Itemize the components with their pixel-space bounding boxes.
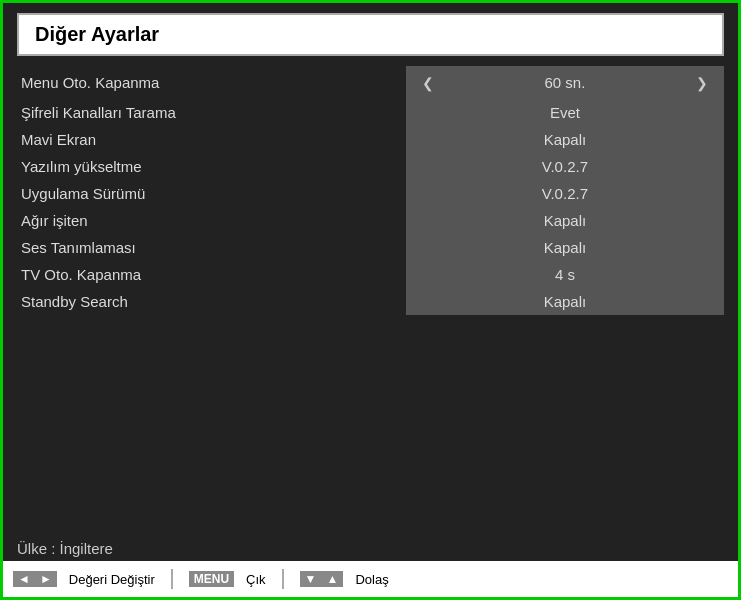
navigate-label: Dolaş: [355, 572, 388, 587]
setting-label: Uygulama Sürümü: [17, 180, 406, 207]
change-value-label: Değeri Değiştir: [69, 572, 155, 587]
setting-value: Evet: [406, 99, 724, 126]
setting-label: TV Oto. Kapanma: [17, 261, 406, 288]
setting-value: Kapalı: [406, 234, 724, 261]
content-area: Menu Oto. Kapanma❮60 sn.❯Şifreli Kanalla…: [3, 56, 738, 532]
value-left-arrow[interactable]: ❮: [422, 75, 434, 91]
bottom-bar: ◄ ► Değeri Değiştir MENU Çık ▼ ▲ Dolaş: [3, 561, 738, 597]
setting-value: Kapalı: [406, 126, 724, 153]
navigate-control: ▼ ▲: [300, 571, 344, 587]
setting-label: Şifreli Kanalları Tarama: [17, 99, 406, 126]
settings-row: Şifreli Kanalları TaramaEvet: [17, 99, 724, 126]
settings-row: TV Oto. Kapanma4 s: [17, 261, 724, 288]
country-info: Ülke : İngiltere: [3, 532, 738, 561]
page-title: Diğer Ayarlar: [17, 13, 724, 56]
separator-1: [171, 569, 173, 589]
setting-label: Standby Search: [17, 288, 406, 315]
setting-value: Kapalı: [406, 288, 724, 315]
setting-value: V.0.2.7: [406, 153, 724, 180]
nav-up-btn[interactable]: ▲: [322, 571, 344, 587]
left-arrow-btn[interactable]: ◄: [13, 571, 35, 587]
settings-row: Ağır işitenKapalı: [17, 207, 724, 234]
right-arrow-btn[interactable]: ►: [35, 571, 57, 587]
settings-row: Mavi EkranKapalı: [17, 126, 724, 153]
setting-label: Mavi Ekran: [17, 126, 406, 153]
setting-value-with-arrows: ❮60 sn.❯: [414, 70, 716, 95]
exit-label: Çık: [246, 572, 266, 587]
setting-value: Kapalı: [406, 207, 724, 234]
settings-row: Uygulama SürümüV.0.2.7: [17, 180, 724, 207]
change-value-control: ◄ ►: [13, 571, 57, 587]
setting-value-text: 60 sn.: [434, 74, 696, 91]
settings-row: Standby SearchKapalı: [17, 288, 724, 315]
setting-label: Menu Oto. Kapanma: [17, 66, 406, 99]
main-container: Diğer Ayarlar Menu Oto. Kapanma❮60 sn.❯Ş…: [3, 3, 738, 597]
setting-value: V.0.2.7: [406, 180, 724, 207]
nav-down-btn[interactable]: ▼: [300, 571, 322, 587]
value-right-arrow[interactable]: ❯: [696, 75, 708, 91]
menu-btn[interactable]: MENU: [189, 571, 234, 587]
settings-table: Menu Oto. Kapanma❮60 sn.❯Şifreli Kanalla…: [17, 66, 724, 315]
setting-label: Yazılım yükseltme: [17, 153, 406, 180]
separator-2: [282, 569, 284, 589]
settings-row: Menu Oto. Kapanma❮60 sn.❯: [17, 66, 724, 99]
settings-row: Yazılım yükseltmeV.0.2.7: [17, 153, 724, 180]
settings-row: Ses TanımlamasıKapalı: [17, 234, 724, 261]
setting-value: 4 s: [406, 261, 724, 288]
setting-label: Ağır işiten: [17, 207, 406, 234]
setting-label: Ses Tanımlaması: [17, 234, 406, 261]
